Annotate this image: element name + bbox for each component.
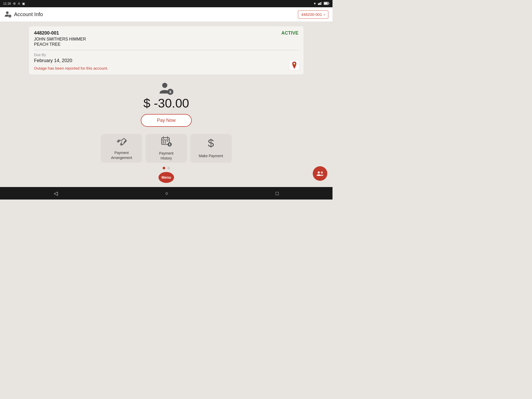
menu-button[interactable]: Menu xyxy=(158,172,174,183)
settings-icon: ⚙ xyxy=(13,2,16,5)
battery-icon xyxy=(324,2,329,6)
svg-text:⚡: ⚡ xyxy=(294,63,296,65)
svg-point-12 xyxy=(162,83,167,88)
balance-section: $ $ -30.00 Pay Now xyxy=(141,82,192,127)
svg-point-7 xyxy=(6,11,9,14)
svg-rect-24 xyxy=(165,142,166,143)
account-person-icon: i xyxy=(4,10,11,19)
status-left: 11:18 ⚙ A ▣ xyxy=(3,2,25,5)
svg-point-28 xyxy=(318,171,320,174)
svg-rect-23 xyxy=(163,142,164,143)
page-title: Account Info xyxy=(14,11,43,17)
svg-rect-3 xyxy=(321,2,322,5)
calendar-dollar-icon: $ xyxy=(161,136,172,149)
sim-icon: ▣ xyxy=(22,2,25,5)
payment-history-button[interactable]: $ PaymentHistory xyxy=(145,134,187,163)
wifi-icon: ▼ xyxy=(313,2,316,5)
due-label: Due By xyxy=(34,53,298,57)
pay-now-button[interactable]: Pay Now xyxy=(141,114,192,127)
svg-rect-22 xyxy=(167,141,168,142)
svg-text:$: $ xyxy=(208,138,214,149)
svg-text:i: i xyxy=(10,15,10,18)
dollar-icon: $ xyxy=(205,138,216,151)
make-payment-label: Make Payment xyxy=(199,154,223,158)
svg-point-29 xyxy=(321,171,323,174)
pagination-dot-0[interactable] xyxy=(163,167,165,169)
chevron-right-icon: › xyxy=(324,12,325,17)
svg-rect-5 xyxy=(329,3,329,4)
make-payment-button[interactable]: $ Make Payment xyxy=(190,134,232,163)
android-recents-button[interactable]: □ xyxy=(269,188,285,198)
account-location: PEACH TREE xyxy=(34,42,298,47)
card-header: 448200-001 ACTIVE xyxy=(34,30,298,36)
account-badge-button[interactable]: 448200-001 › xyxy=(298,10,328,19)
due-date: February 14, 2020 xyxy=(34,58,298,63)
pagination-dots xyxy=(163,167,170,169)
svg-point-15 xyxy=(121,142,122,143)
svg-text:$: $ xyxy=(169,143,170,146)
android-home-button[interactable]: ○ xyxy=(159,188,174,198)
android-nav-bar: ◁ ○ □ xyxy=(0,187,332,200)
account-name: JOHN SMITHERS HIMMER xyxy=(34,37,298,42)
svg-rect-2 xyxy=(320,2,321,5)
android-back-button[interactable]: ◁ xyxy=(48,188,64,198)
balance-person-icon: $ xyxy=(159,82,174,95)
signal-icon xyxy=(318,2,322,6)
status-right: ▼ xyxy=(313,2,329,6)
outage-message: Outage has been reported for this accoun… xyxy=(34,66,298,70)
svg-rect-6 xyxy=(324,2,328,4)
account-status: ACTIVE xyxy=(281,30,298,36)
status-time: 11:18 xyxy=(3,2,11,5)
a-icon: A xyxy=(18,2,20,5)
action-buttons-row: PaymentArrangement $ Payme xyxy=(101,134,232,163)
outage-location-button[interactable]: ⚡ xyxy=(289,60,300,70)
svg-rect-1 xyxy=(319,3,320,5)
balance-amount: $ -30.00 xyxy=(143,96,189,110)
account-card: 448200-001 ACTIVE JOHN SMITHERS HIMMER P… xyxy=(29,26,304,75)
handshake-icon xyxy=(116,137,127,148)
account-badge-number: 448200-001 xyxy=(301,12,322,17)
svg-text:$: $ xyxy=(169,90,171,94)
nav-bar: i Account Info 448200-001 › xyxy=(0,7,332,22)
payment-history-label: PaymentHistory xyxy=(159,151,173,160)
pagination-dot-1[interactable] xyxy=(167,167,170,169)
fab-contacts-button[interactable] xyxy=(313,166,327,181)
nav-left: i Account Info xyxy=(4,10,43,19)
svg-rect-0 xyxy=(318,3,319,5)
svg-rect-20 xyxy=(163,141,164,142)
card-divider xyxy=(34,50,298,50)
status-bar: 11:18 ⚙ A ▣ ▼ xyxy=(0,0,332,7)
payment-arrangement-button[interactable]: PaymentArrangement xyxy=(101,134,142,163)
svg-rect-21 xyxy=(165,141,166,142)
payment-arrangement-label: PaymentArrangement xyxy=(111,150,132,160)
account-number: 448200-001 xyxy=(34,30,59,36)
main-content: 448200-001 ACTIVE JOHN SMITHERS HIMMER P… xyxy=(0,22,332,187)
